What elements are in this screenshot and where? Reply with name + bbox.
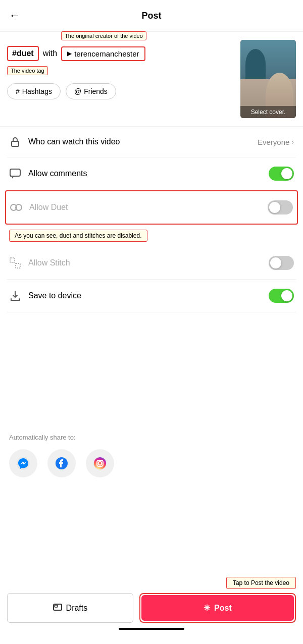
chevron-icon: ›	[291, 138, 294, 146]
svg-rect-4	[10, 258, 15, 262]
toggle-knob	[281, 168, 292, 179]
hashtag-row: # Hashtags @ Friends	[7, 83, 235, 99]
comment-icon	[9, 168, 21, 180]
content-spacer	[0, 312, 303, 423]
creator-annotation: The original creator of the video	[61, 31, 146, 40]
allow-stitch-row: Allow Stitch	[7, 247, 296, 280]
who-can-watch-label: Who can watch this video	[28, 137, 250, 146]
post-button[interactable]: ✳ Post	[141, 595, 294, 621]
with-text: with	[43, 49, 57, 58]
save-to-device-label: Save to device	[28, 291, 262, 300]
svg-rect-5	[16, 263, 20, 268]
friends-label: Friends	[84, 87, 108, 95]
at-icon: @	[74, 87, 81, 95]
who-can-watch-value: Everyone ›	[258, 138, 294, 146]
hashtags-button[interactable]: # Hashtags	[7, 83, 61, 99]
svg-point-10	[94, 457, 106, 469]
facebook-icon[interactable]	[47, 449, 76, 477]
creator-tag[interactable]: ▶ terencemanchester	[61, 46, 145, 61]
post-label: Post	[214, 604, 232, 613]
video-thumbnail[interactable]: Select cover.	[240, 40, 296, 118]
lock-icon	[9, 136, 21, 148]
share-icons-row	[9, 449, 294, 477]
svg-point-13	[102, 460, 103, 461]
save-to-device-row: Save to device	[7, 280, 296, 312]
desc-top-row: #duet The video tag with The original cr…	[7, 46, 235, 61]
post-annotation: Tap to Post the video	[226, 577, 296, 589]
description-left: #duet The video tag with The original cr…	[7, 40, 235, 99]
svg-rect-1	[10, 169, 20, 176]
save-toggle-knob	[281, 290, 292, 301]
svg-rect-15	[55, 605, 58, 607]
play-icon: ▶	[67, 50, 72, 57]
hashtag-icon: #	[16, 87, 20, 95]
share-section: Automatically share to:	[0, 423, 303, 482]
bottom-area: Tap to Post the video Drafts ✳ Post	[0, 577, 303, 644]
instagram-icon[interactable]	[86, 449, 114, 477]
back-button[interactable]: ←	[9, 7, 24, 24]
description-section: #duet The video tag with The original cr…	[0, 32, 303, 126]
allow-comments-toggle[interactable]	[269, 167, 294, 181]
hashtags-label: Hashtags	[22, 87, 52, 95]
drafts-button[interactable]: Drafts	[7, 593, 133, 623]
who-can-watch-row[interactable]: Who can watch this video Everyone ›	[7, 127, 296, 157]
messenger-icon[interactable]	[9, 449, 37, 477]
video-tag-annotation: The video tag	[7, 66, 48, 75]
allow-stitch-toggle[interactable]	[269, 256, 294, 270]
save-icon	[9, 290, 21, 302]
duet-icon	[10, 201, 22, 213]
stitch-toggle-knob	[270, 257, 281, 269]
allow-duet-toggle[interactable]	[268, 200, 293, 214]
duet-annotation: As you can see, duet and stitches are di…	[9, 230, 147, 242]
select-cover-label[interactable]: Select cover.	[240, 106, 296, 118]
drafts-icon	[53, 603, 62, 613]
stitch-icon	[9, 257, 21, 269]
allow-stitch-label: Allow Stitch	[28, 258, 262, 267]
video-tag[interactable]: #duet	[7, 46, 39, 61]
settings-section: Who can watch this video Everyone › Allo…	[0, 127, 303, 312]
header: ← Post	[0, 0, 303, 32]
allow-duet-label: Allow Duet	[29, 203, 261, 212]
action-buttons: Drafts ✳ Post	[7, 593, 296, 623]
allow-duet-border: Allow Duet	[5, 190, 298, 225]
duet-toggle-knob	[269, 202, 280, 213]
drafts-label: Drafts	[66, 604, 88, 613]
post-annotation-wrapper: Tap to Post the video	[7, 577, 296, 589]
creator-name: terencemanchester	[74, 49, 139, 58]
page-title: Post	[141, 11, 161, 21]
allow-duet-annotated: Allow Duet As you can see, duet and stit…	[5, 190, 298, 225]
share-label: Automatically share to:	[9, 434, 294, 441]
friends-button[interactable]: @ Friends	[66, 83, 116, 99]
home-indicator	[119, 628, 184, 630]
allow-comments-label: Allow comments	[28, 169, 262, 178]
svg-rect-0	[12, 141, 19, 146]
allow-comments-row: Allow comments	[7, 157, 296, 190]
allow-duet-row: Allow Duet	[8, 191, 295, 224]
save-to-device-toggle[interactable]	[269, 289, 294, 303]
post-icon: ✳	[204, 603, 210, 613]
post-btn-border: ✳ Post	[139, 593, 296, 623]
